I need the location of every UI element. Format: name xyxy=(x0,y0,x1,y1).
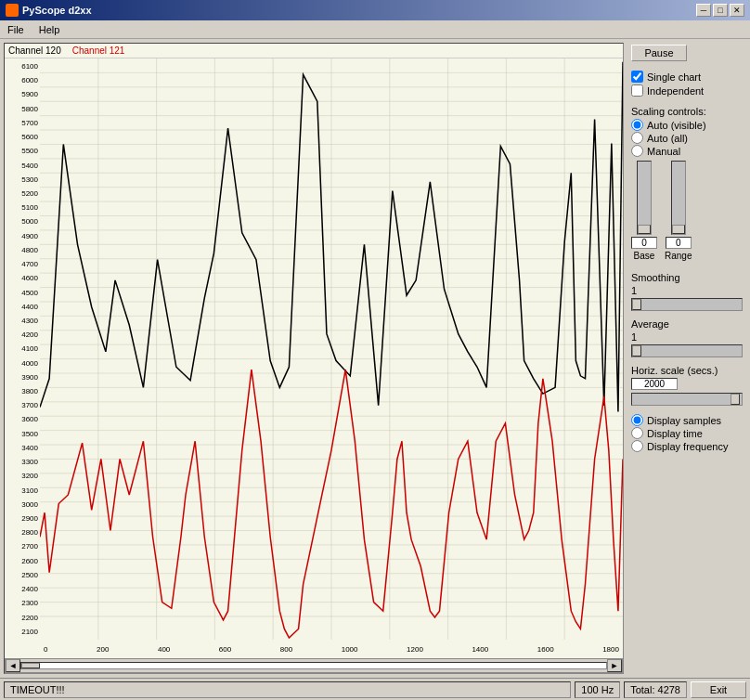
independent-checkbox[interactable] xyxy=(631,84,643,97)
display-freq-label: Display frequency xyxy=(647,441,728,452)
base-label: Base xyxy=(634,251,655,261)
menu-file[interactable]: File xyxy=(4,23,28,36)
status-freq: 100 Hz xyxy=(575,681,620,698)
main-content: Channel 120 Channel 121 6100 6000 5900 5… xyxy=(0,39,750,678)
base-slider-col: 0 Base xyxy=(631,161,657,261)
chart-area: Channel 120 Channel 121 6100 6000 5900 5… xyxy=(4,43,624,674)
manual-row: Manual xyxy=(631,145,743,157)
scaling-label: Scaling controls: xyxy=(631,106,743,117)
total-text: Total: 4278 xyxy=(630,684,680,695)
horiz-scale-slider-thumb[interactable] xyxy=(731,394,740,405)
display-time-label: Display time xyxy=(647,428,703,439)
average-section: Average 1 xyxy=(627,317,746,359)
status-bar: TIMEOUT!!! 100 Hz Total: 4278 Exit xyxy=(0,678,750,700)
legend-ch120: Channel 120 xyxy=(8,45,61,56)
status-total: Total: 4278 xyxy=(624,681,687,698)
menu-bar: File Help xyxy=(0,20,750,39)
scrollbar-thumb[interactable] xyxy=(21,663,40,668)
base-slider-track[interactable] xyxy=(637,161,652,235)
base-slider-thumb[interactable] xyxy=(638,225,651,234)
close-button[interactable]: ✕ xyxy=(730,4,744,17)
display-time-radio[interactable] xyxy=(631,427,643,439)
chart-svg xyxy=(40,58,623,640)
exit-button[interactable]: Exit xyxy=(691,681,746,698)
single-chart-checkbox[interactable] xyxy=(631,71,643,83)
scrollbar-right-btn[interactable]: ► xyxy=(607,659,622,672)
display-time-row: Display time xyxy=(631,427,743,439)
average-slider-track[interactable] xyxy=(631,344,743,357)
display-samples-radio[interactable] xyxy=(631,414,643,426)
display-samples-label: Display samples xyxy=(647,415,721,426)
window-controls: ─ □ ✕ xyxy=(696,4,744,17)
single-chart-label: Single chart xyxy=(647,71,701,83)
pause-section: Pause xyxy=(627,43,746,63)
average-label: Average xyxy=(631,318,743,330)
right-panel: Pause Single chart Independent Scaling c… xyxy=(627,43,746,674)
smoothing-label: Smoothing xyxy=(631,272,743,283)
average-value: 1 xyxy=(631,331,743,343)
x-axis-labels: 0 200 400 600 800 1000 1200 1400 1600 18… xyxy=(40,640,623,658)
status-timeout: TIMEOUT!!! xyxy=(4,681,571,698)
scaling-section: Scaling controls: Auto (visible) Auto (a… xyxy=(627,104,746,266)
app-title: PyScope d2xx xyxy=(22,5,92,16)
horiz-scale-label: Horiz. scale (secs.) xyxy=(631,365,743,376)
chart-container: 6100 6000 5900 5800 5700 5600 5500 5400 … xyxy=(5,58,623,640)
scrollbar-left-btn[interactable]: ◄ xyxy=(6,659,20,672)
title-bar-left: PyScope d2xx xyxy=(6,4,92,17)
title-bar: PyScope d2xx ─ □ ✕ xyxy=(0,0,750,20)
single-chart-row: Single chart xyxy=(631,71,743,83)
range-label: Range xyxy=(665,251,692,261)
auto-all-label: Auto (all) xyxy=(647,133,688,144)
range-slider-thumb[interactable] xyxy=(672,225,685,234)
range-slider-col: 0 Range xyxy=(665,161,692,261)
horiz-scale-input[interactable]: 2000 xyxy=(631,378,678,390)
base-value-input[interactable]: 0 xyxy=(631,237,657,249)
horiz-scale-section: Horiz. scale (secs.) 2000 xyxy=(627,363,746,408)
display-freq-row: Display frequency xyxy=(631,440,743,452)
range-slider-track[interactable] xyxy=(671,161,686,235)
range-value-input[interactable]: 0 xyxy=(666,237,692,249)
chart-plot xyxy=(40,58,623,640)
smoothing-value: 1 xyxy=(631,285,743,296)
display-freq-radio[interactable] xyxy=(631,440,643,452)
average-slider-thumb[interactable] xyxy=(632,345,641,356)
dual-slider-area: 0 Base 0 Range xyxy=(631,161,743,261)
horizontal-scrollbar[interactable]: ◄ ► xyxy=(5,658,623,673)
smoothing-slider-track[interactable] xyxy=(631,298,743,311)
display-mode-section: Single chart Independent xyxy=(627,67,746,100)
auto-all-radio[interactable] xyxy=(631,132,643,144)
app-icon xyxy=(6,4,19,17)
manual-radio[interactable] xyxy=(631,145,643,157)
horiz-scale-slider-track[interactable] xyxy=(631,393,743,406)
display-samples-row: Display samples xyxy=(631,414,743,426)
maximize-button[interactable]: □ xyxy=(713,4,728,17)
independent-label: Independent xyxy=(647,85,704,97)
freq-text: 100 Hz xyxy=(581,684,614,695)
minimize-button[interactable]: ─ xyxy=(696,4,711,17)
smoothing-section: Smoothing 1 xyxy=(627,270,746,313)
auto-all-row: Auto (all) xyxy=(631,132,743,144)
scrollbar-track[interactable] xyxy=(20,662,607,669)
auto-visible-label: Auto (visible) xyxy=(647,120,706,131)
display-mode-radio-section: Display samples Display time Display fre… xyxy=(627,411,746,455)
pause-button[interactable]: Pause xyxy=(631,45,687,61)
independent-row: Independent xyxy=(631,84,743,97)
smoothing-slider-thumb[interactable] xyxy=(632,299,641,310)
chart-legend: Channel 120 Channel 121 xyxy=(5,44,623,58)
x-axis: 0 200 400 600 800 1000 1200 1400 1600 18… xyxy=(5,640,623,658)
timeout-text: TIMEOUT!!! xyxy=(10,684,65,695)
auto-visible-row: Auto (visible) xyxy=(631,119,743,131)
legend-ch121: Channel 121 xyxy=(72,45,125,56)
manual-label: Manual xyxy=(647,146,680,157)
auto-visible-radio[interactable] xyxy=(631,119,643,131)
y-axis: 6100 6000 5900 5800 5700 5600 5500 5400 … xyxy=(5,58,40,640)
menu-help[interactable]: Help xyxy=(35,23,64,36)
